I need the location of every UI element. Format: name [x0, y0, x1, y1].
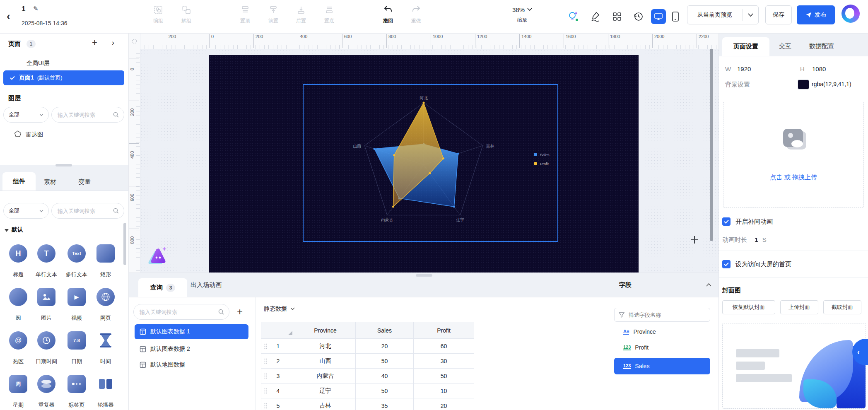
component-label[interactable]: 日期	[61, 358, 92, 365]
field-item-sales[interactable]: 123 Sales	[614, 358, 710, 374]
component-icon-single-text[interactable]: T	[37, 244, 55, 263]
tab-page-settings[interactable]: 页面设置	[722, 37, 769, 56]
history-icon[interactable]	[631, 9, 646, 24]
ruler-settings-button[interactable]	[128, 33, 140, 49]
row-drag-handle[interactable]	[264, 358, 267, 364]
edit-title-icon[interactable]: ✎	[33, 5, 39, 12]
component-label[interactable]: 单行文本	[31, 271, 62, 278]
cell[interactable]: 30	[414, 354, 474, 369]
component-label[interactable]: 视频	[61, 314, 92, 322]
fields-collapse-button[interactable]	[706, 283, 711, 287]
duration-value[interactable]: 1	[755, 236, 758, 243]
dataset-item-3[interactable]: 默认地图数据	[135, 357, 248, 372]
dataset-search-input[interactable]	[139, 309, 218, 316]
component-icon-datetime[interactable]	[37, 331, 55, 350]
cell[interactable]: 50	[414, 369, 474, 383]
select-all-header[interactable]	[261, 322, 295, 339]
ai-mascot-button[interactable]	[147, 246, 169, 266]
bring-forward-button[interactable]: 前置	[261, 3, 286, 24]
desktop-preview-toggle[interactable]	[651, 9, 666, 24]
cell[interactable]: 35	[356, 398, 414, 410]
component-icon-multi-text[interactable]: Text	[68, 244, 86, 263]
height-value[interactable]: 1080	[812, 65, 826, 72]
component-search[interactable]	[51, 203, 124, 219]
component-icon-rect[interactable]	[96, 244, 115, 263]
component-label[interactable]: 图片	[31, 314, 62, 322]
component-icon-hotzone[interactable]: @	[9, 331, 27, 350]
component-label[interactable]: 多行文本	[61, 271, 92, 278]
zoom-control[interactable]: 38% 缩放	[503, 3, 541, 24]
dataset-item-1[interactable]: 默认图表数据 1	[135, 324, 248, 339]
table-row[interactable]: 3 内蒙古 40 50	[261, 369, 474, 383]
apps-grid-icon[interactable]	[610, 9, 624, 24]
component-icon-repeater[interactable]	[37, 375, 55, 393]
undo-button[interactable]: 撤回	[376, 3, 400, 24]
column-header[interactable]: Profit	[414, 322, 474, 339]
component-label[interactable]: 网页	[90, 314, 121, 322]
component-group-default[interactable]: 默认	[12, 226, 23, 234]
table-row[interactable]: 5 吉林 35 20	[261, 398, 474, 410]
dataset-search[interactable]	[133, 304, 229, 320]
preview-dropdown[interactable]: 从当前页预览	[687, 5, 759, 24]
bottom-panel-resize-handle[interactable]	[416, 274, 432, 277]
field-filter-input[interactable]	[628, 311, 706, 318]
cell[interactable]: 辽宁	[295, 383, 356, 398]
table-row[interactable]: 1 河北 20 60	[261, 339, 474, 354]
cell[interactable]: 60	[414, 339, 474, 354]
layer-search[interactable]	[51, 107, 124, 123]
component-label[interactable]: 圆	[2, 314, 34, 322]
component-icon-week[interactable]: 周	[9, 375, 27, 393]
row-drag-handle[interactable]	[264, 373, 267, 379]
sidebar-scrollbar[interactable]	[123, 223, 126, 265]
component-label[interactable]: 重复器	[31, 401, 62, 409]
data-source-dropdown[interactable]: 静态数据	[264, 305, 295, 313]
layer-item-radar[interactable]: 雷达图	[26, 131, 43, 138]
mobile-preview-toggle[interactable]	[668, 9, 683, 24]
width-value[interactable]: 1920	[737, 65, 751, 72]
cell[interactable]: 山西	[295, 354, 356, 369]
layer-search-input[interactable]	[57, 111, 113, 118]
component-icon-date[interactable]: 7-8	[68, 331, 86, 350]
component-label[interactable]: 矩形	[90, 271, 121, 278]
bring-to-top-button[interactable]: 置顶	[233, 3, 258, 24]
component-icon-time[interactable]	[96, 331, 115, 350]
background-color-value[interactable]: rgba(12,9,41,1)	[812, 81, 851, 87]
add-dataset-button[interactable]: +	[237, 306, 243, 318]
component-label[interactable]: 标签页	[61, 401, 92, 409]
expand-pages-button[interactable]: ›	[112, 39, 114, 47]
cell[interactable]: 20	[356, 339, 414, 354]
column-header[interactable]: Province	[295, 322, 356, 339]
signature-pen-icon[interactable]	[588, 9, 603, 24]
component-icon-tabs[interactable]	[68, 375, 86, 393]
ai-assistant-icon[interactable]	[566, 9, 581, 24]
layer-filter-dropdown[interactable]: 全部	[3, 107, 49, 123]
component-search-input[interactable]	[57, 207, 113, 215]
tab-query[interactable]: 查询 3	[138, 278, 187, 297]
capture-cover-button[interactable]: 截取封面	[823, 300, 861, 314]
tab-interaction[interactable]: 交互	[779, 42, 791, 50]
field-filter[interactable]	[614, 308, 710, 322]
component-icon-image[interactable]	[37, 288, 55, 306]
send-to-bottom-button[interactable]: 置底	[317, 3, 342, 24]
component-icon-carousel[interactable]	[96, 375, 115, 393]
component-label[interactable]: 轮播器	[90, 401, 121, 409]
radar-chart-component-selection[interactable]: 河北山西内蒙古辽宁吉林SalesProfit	[303, 84, 558, 242]
add-page-button[interactable]: +	[92, 37, 97, 48]
active-page-item[interactable]: 页面1 (默认首页)	[3, 70, 124, 85]
cell[interactable]: 40	[356, 369, 414, 383]
redo-button[interactable]: 重做	[404, 3, 429, 24]
checkbox-checked[interactable]	[722, 260, 731, 268]
global-ui-layer-item[interactable]: 全局UI层	[27, 60, 50, 67]
component-label[interactable]: 热区	[2, 358, 34, 365]
radar-chart[interactable]: 河北山西内蒙古辽宁吉林SalesProfit	[304, 85, 557, 241]
component-icon-title[interactable]: H	[9, 244, 27, 263]
send-backward-button[interactable]: 后置	[289, 3, 313, 24]
field-item-profit[interactable]: 123 Profit	[623, 344, 649, 351]
field-item-province[interactable]: A≡ Province	[623, 328, 656, 335]
cell[interactable]: 内蒙古	[295, 369, 356, 383]
cell[interactable]: 50	[356, 354, 414, 369]
restore-cover-button[interactable]: 恢复默认封面	[722, 300, 775, 314]
tab-variables[interactable]: 变量	[78, 178, 91, 186]
collapse-triangle-icon[interactable]	[5, 229, 9, 232]
canvas-vertical-scrollbar[interactable]	[710, 38, 713, 241]
